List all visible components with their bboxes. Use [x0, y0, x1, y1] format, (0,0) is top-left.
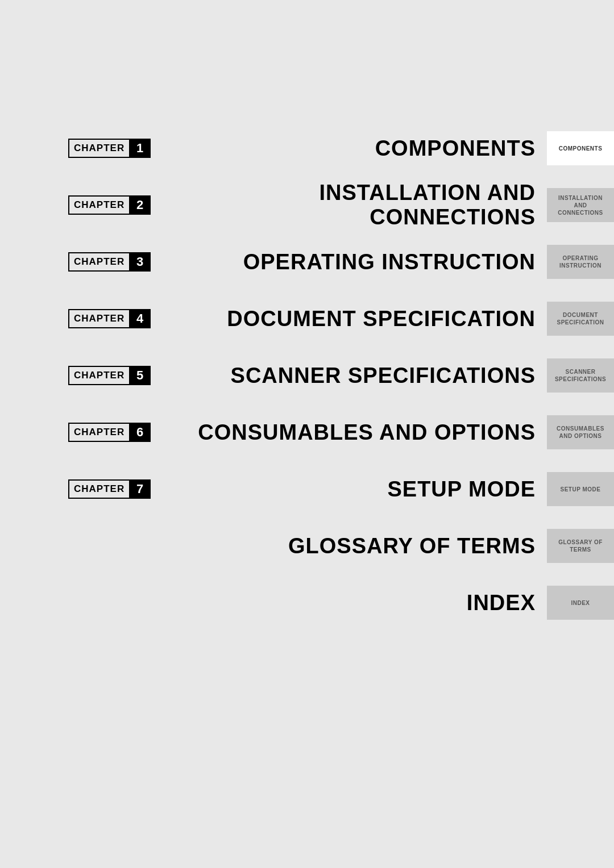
toc-row-chapter4[interactable]: CHAPTER4DOCUMENT SPECIFICATIONDOCUMENT S… [68, 295, 614, 342]
toc-row-chapter5[interactable]: CHAPTER5SCANNER SPECIFICATIONSSCANNER SP… [68, 352, 614, 399]
toc-row-index[interactable]: INDEXINDEX [68, 579, 614, 626]
toc-title-chapter4: DOCUMENT SPECIFICATION [182, 307, 547, 331]
toc-title-chapter5: SCANNER SPECIFICATIONS [182, 364, 547, 388]
tab-index[interactable]: INDEX [547, 586, 614, 620]
chapter-number-chapter5: 5 [129, 366, 151, 385]
toc-row-chapter6[interactable]: CHAPTER6CONSUMABLES AND OPTIONSCONSUMABL… [68, 409, 614, 456]
chapter-label-chapter5: CHAPTER5 [68, 366, 182, 385]
toc-row-glossary[interactable]: GLOSSARY OF TERMSGLOSSARY OF TERMS [68, 523, 614, 569]
tab-chapter3[interactable]: OPERATING INSTRUCTION [547, 245, 614, 279]
chapter-number-chapter1: 1 [129, 139, 151, 158]
toc-row-chapter7[interactable]: CHAPTER7SETUP MODESETUP MODE [68, 466, 614, 512]
tab-chapter7[interactable]: SETUP MODE [547, 472, 614, 506]
chapter-word-chapter2: CHAPTER [68, 195, 129, 215]
chapter-label-chapter3: CHAPTER3 [68, 252, 182, 272]
toc-container: CHAPTER1COMPONENTSCOMPONENTSCHAPTER2INST… [68, 125, 614, 636]
toc-title-index: INDEX [182, 591, 547, 615]
chapter-word-chapter3: CHAPTER [68, 252, 129, 272]
toc-title-chapter1: COMPONENTS [182, 136, 547, 161]
chapter-number-chapter4: 4 [129, 309, 151, 328]
tab-chapter2[interactable]: INSTALLATION AND CONNECTIONS [547, 188, 614, 222]
tab-chapter5[interactable]: SCANNER SPECIFICATIONS [547, 358, 614, 393]
chapter-word-chapter1: CHAPTER [68, 139, 129, 158]
toc-title-chapter7: SETUP MODE [182, 477, 547, 502]
chapter-word-chapter4: CHAPTER [68, 309, 129, 328]
toc-row-chapter1[interactable]: CHAPTER1COMPONENTSCOMPONENTS [68, 125, 614, 172]
chapter-word-chapter5: CHAPTER [68, 366, 129, 385]
tab-chapter6[interactable]: CONSUMABLES AND OPTIONS [547, 415, 614, 449]
chapter-word-chapter6: CHAPTER [68, 423, 129, 442]
chapter-number-chapter2: 2 [129, 195, 151, 215]
toc-title-chapter6: CONSUMABLES AND OPTIONS [182, 420, 547, 445]
chapter-label-chapter6: CHAPTER6 [68, 423, 182, 442]
chapter-number-chapter7: 7 [129, 479, 151, 499]
chapter-number-chapter6: 6 [129, 423, 151, 442]
chapter-word-chapter7: CHAPTER [68, 479, 129, 499]
tab-chapter1[interactable]: COMPONENTS [547, 131, 614, 165]
toc-title-glossary: GLOSSARY OF TERMS [182, 534, 547, 558]
chapter-label-chapter7: CHAPTER7 [68, 479, 182, 499]
tab-glossary[interactable]: GLOSSARY OF TERMS [547, 529, 614, 563]
toc-title-chapter2: INSTALLATION AND CONNECTIONS [182, 181, 547, 229]
chapter-label-chapter4: CHAPTER4 [68, 309, 182, 328]
toc-row-chapter3[interactable]: CHAPTER3OPERATING INSTRUCTIONOPERATING I… [68, 239, 614, 285]
chapter-label-chapter1: CHAPTER1 [68, 139, 182, 158]
chapter-label-chapter2: CHAPTER2 [68, 195, 182, 215]
toc-row-chapter2[interactable]: CHAPTER2INSTALLATION AND CONNECTIONSINST… [68, 182, 614, 228]
chapter-number-chapter3: 3 [129, 252, 151, 272]
tab-chapter4[interactable]: DOCUMENT SPECIFICATION [547, 302, 614, 336]
toc-title-chapter3: OPERATING INSTRUCTION [182, 250, 547, 274]
